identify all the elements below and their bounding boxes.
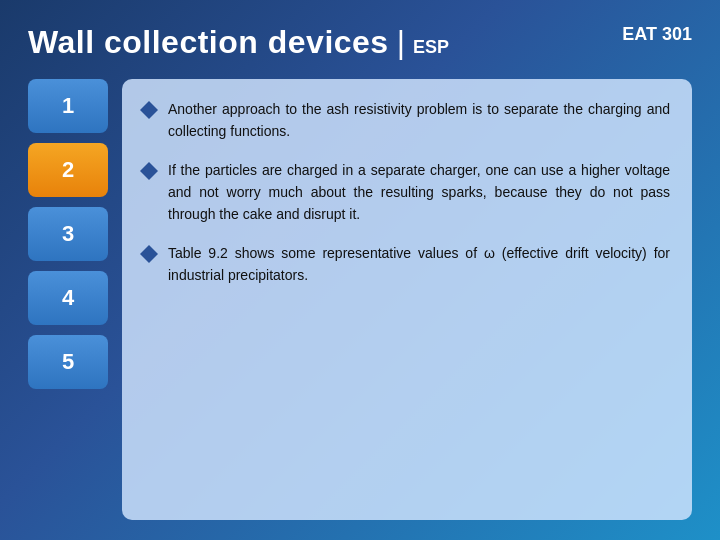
sidebar-item-1[interactable]: 1 xyxy=(28,79,108,133)
sidebar-item-5[interactable]: 5 xyxy=(28,335,108,389)
content-area: 1 2 3 4 5 Another approac xyxy=(28,79,692,520)
title-subtitle: ESP xyxy=(413,37,449,58)
bullet-block-1: Another approach to the ash resistivity … xyxy=(140,99,670,142)
bullet-text-1: Another approach to the ash resistivity … xyxy=(168,99,670,142)
sidebar-item-label-4: 4 xyxy=(62,285,74,311)
sidebar: 1 2 3 4 5 xyxy=(28,79,108,520)
bullet-icon-1 xyxy=(140,101,158,119)
sidebar-item-2[interactable]: 2 xyxy=(28,143,108,197)
bullet-block-3: Table 9.2 shows some representative valu… xyxy=(140,243,670,286)
sidebar-item-label-3: 3 xyxy=(62,221,74,247)
bullet-text-2: If the particles are charged in a separa… xyxy=(168,160,670,225)
main-panel: Another approach to the ash resistivity … xyxy=(122,79,692,520)
page-title: Wall collection devices xyxy=(28,24,389,61)
page: Wall collection devices | ESP EAT 301 1 … xyxy=(0,0,720,540)
sidebar-item-label-5: 5 xyxy=(62,349,74,375)
svg-marker-1 xyxy=(140,162,158,180)
eat-label: EAT 301 xyxy=(622,24,692,45)
svg-marker-0 xyxy=(140,101,158,119)
title-pipe: | xyxy=(397,24,405,61)
svg-marker-2 xyxy=(140,245,158,263)
header: Wall collection devices | ESP EAT 301 xyxy=(28,24,692,61)
bullet-block-2: If the particles are charged in a separa… xyxy=(140,160,670,225)
sidebar-item-label-1: 1 xyxy=(62,93,74,119)
sidebar-item-label-2: 2 xyxy=(62,157,74,183)
bullet-text-3: Table 9.2 shows some representative valu… xyxy=(168,243,670,286)
bullet-icon-3 xyxy=(140,245,158,263)
sidebar-item-4[interactable]: 4 xyxy=(28,271,108,325)
bullet-icon-2 xyxy=(140,162,158,180)
sidebar-item-3[interactable]: 3 xyxy=(28,207,108,261)
